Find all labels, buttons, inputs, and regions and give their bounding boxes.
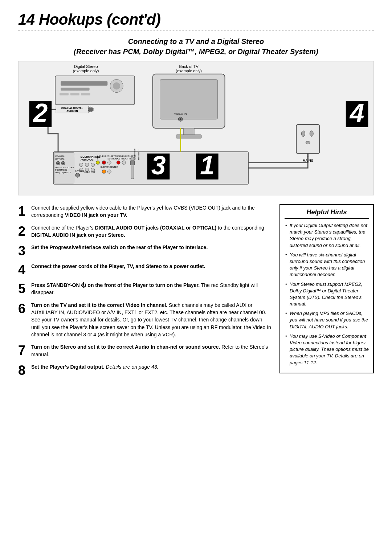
step-text-1: Connect the supplied yellow video cable …: [31, 204, 272, 219]
step-number-4: 4: [18, 263, 27, 276]
svg-text:AUDIO  RIGHT  LEFT: AUDIO RIGHT LEFT: [115, 155, 135, 157]
svg-text:S-VIDEO: S-VIDEO: [75, 170, 84, 172]
svg-text:Back of TV: Back of TV: [179, 64, 199, 69]
step-number-6: 6: [18, 302, 27, 315]
svg-text:(example only): (example only): [176, 69, 202, 73]
svg-text:Pr/Pb: Pr/Pb: [97, 155, 102, 157]
svg-text:DIGITAL AUDIO OUT: DIGITAL AUDIO OUT: [55, 166, 74, 169]
svg-text:AUDIO IN: AUDIO IN: [66, 110, 78, 112]
step-text-7: Turn on the Stereo and set it to the cor…: [31, 343, 272, 358]
svg-text:Progressive: Progressive: [134, 148, 136, 160]
hint-item: You will have six-channel digital surrou…: [285, 252, 369, 278]
svg-point-24: [180, 118, 181, 120]
content-area: 1Connect the supplied yellow video cable…: [18, 204, 374, 382]
hint-item: When playing MP3 files or SACDs, you wil…: [285, 310, 369, 330]
svg-text:AUDIO OUT: AUDIO OUT: [81, 158, 95, 161]
svg-rect-70: [296, 125, 319, 154]
step-row-4: 4Connect the power cords of the Player, …: [18, 263, 272, 276]
svg-text:COAXIAL DIGITAL: COAXIAL DIGITAL: [61, 107, 83, 109]
step-text-2: Connect one of the Player's DIGITAL AUDI…: [31, 224, 272, 239]
steps-column: 1Connect the supplied yellow video cable…: [18, 204, 272, 382]
svg-point-43: [57, 162, 59, 164]
diagram-svg: Digital Stereo (example only) Back of TV…: [19, 61, 373, 195]
svg-rect-6: [61, 81, 107, 86]
subtitle-line1: Connecting to a TV and a Digital Stereo: [18, 36, 374, 46]
step-text-6: Turn on the TV and set it to the correct…: [31, 301, 272, 338]
svg-point-58: [107, 170, 111, 173]
helpful-hints-box: Helpful Hints If your Digital Output set…: [279, 204, 374, 373]
svg-point-73: [306, 141, 310, 144]
svg-text:Dolby Digital-DTS: Dolby Digital-DTS: [55, 171, 71, 174]
step-text-8: Set the Player's Digital output. Details…: [31, 363, 158, 370]
svg-text:VIDEO IN: VIDEO IN: [174, 112, 187, 116]
step-number-8: 8: [18, 364, 27, 377]
svg-text:Interlace —: Interlace —: [138, 149, 140, 160]
step-number-1: 1: [18, 205, 27, 218]
svg-point-9: [113, 82, 120, 90]
step-number-2: 2: [18, 225, 27, 238]
svg-rect-19: [160, 80, 218, 119]
hints-list: If your Digital Output setting does not …: [285, 222, 369, 366]
svg-text:VIDEO OUT: VIDEO OUT: [83, 171, 95, 173]
hints-column: Helpful Hints If your Digital Output set…: [279, 204, 374, 382]
hint-item: Your Stereo must support MPEG2, Dolby Di…: [285, 281, 369, 308]
step-row-3: 3Set the Progressive/Interlace switch on…: [18, 244, 272, 258]
svg-text:R: R: [97, 158, 98, 160]
svg-text:(example only): (example only): [73, 69, 99, 73]
step-text-5: Press STANDBY-ON ⏻ on the front of the P…: [31, 281, 272, 296]
page-title: 14 Hookups (cont'd): [18, 11, 374, 28]
step-text-3: Set the Progressive/Interlace switch on …: [31, 244, 208, 251]
svg-point-54: [102, 161, 106, 165]
section-divider: [18, 31, 374, 31]
hint-item: You may use S-Video or Component Video c…: [285, 333, 369, 366]
svg-text:Digital Stereo: Digital Stereo: [74, 64, 98, 69]
svg-text:OPTICAL: OPTICAL: [55, 158, 65, 160]
svg-text:3: 3: [151, 151, 166, 180]
svg-text:SUB WF  CENTER: SUB WF CENTER: [100, 166, 118, 168]
svg-point-33: [79, 163, 83, 166]
svg-text:4: 4: [349, 98, 364, 127]
step-text-4: Connect the power cords of the Player, T…: [31, 263, 205, 270]
svg-point-55: [107, 161, 111, 165]
svg-text:2: 2: [32, 98, 48, 127]
step-number-5: 5: [18, 282, 27, 295]
svg-point-71: [301, 131, 305, 137]
svg-text:RIGHT    LEFT: RIGHT LEFT: [102, 155, 115, 157]
subtitle: Connecting to a TV and a Digital Stereo …: [18, 36, 374, 57]
svg-rect-10: [60, 93, 69, 96]
connection-diagram: Digital Stereo (example only) Back of TV…: [18, 61, 374, 195]
svg-text:COAXIAL: COAXIAL: [55, 155, 65, 157]
svg-rect-11: [70, 93, 79, 96]
svg-point-72: [310, 131, 313, 137]
svg-text:PCM-MPEG2-: PCM-MPEG2-: [55, 169, 68, 171]
subtitle-line2: (Receiver has PCM, Dolby Digital™, MPEG2…: [18, 46, 374, 57]
svg-text:1: 1: [200, 151, 215, 180]
svg-rect-66: [131, 157, 134, 179]
svg-point-34: [85, 163, 89, 166]
step-row-6: 6Turn on the TV and set it to the correc…: [18, 301, 272, 338]
svg-point-61: [117, 161, 120, 165]
svg-point-62: [122, 161, 126, 165]
step-row-5: 5Press STANDBY-ON ⏻ on the front of the …: [18, 281, 272, 296]
step-row-1: 1Connect the supplied yellow video cable…: [18, 204, 272, 219]
step-row-7: 7Turn on the Stereo and set it to the co…: [18, 343, 272, 358]
svg-point-35: [91, 163, 95, 166]
svg-rect-12: [81, 93, 90, 96]
svg-point-50: [75, 173, 80, 177]
step-number-7: 7: [18, 344, 27, 357]
hint-item: If your Digital Output setting does not …: [285, 222, 369, 249]
step-row-8: 8Set the Player's Digital output. Detail…: [18, 363, 272, 377]
svg-rect-7: [61, 88, 90, 91]
step-number-3: 3: [18, 244, 27, 258]
step-row-2: 2Connect one of the Player's DIGITAL AUD…: [18, 224, 272, 239]
svg-rect-67: [130, 161, 135, 165]
helpful-hints-title: Helpful Hints: [285, 208, 369, 219]
svg-point-57: [102, 170, 106, 173]
svg-rect-76: [89, 108, 94, 111]
svg-rect-20: [183, 128, 194, 135]
svg-point-45: [62, 162, 64, 164]
svg-point-65: [96, 161, 99, 165]
